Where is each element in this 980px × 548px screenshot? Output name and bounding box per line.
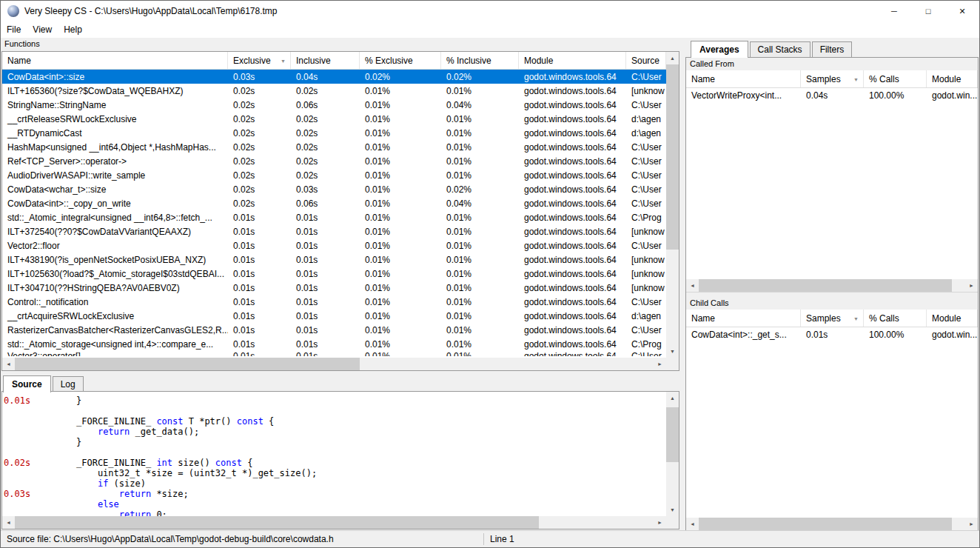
cell-pct_exclusive[interactable]: 0.01%: [360, 114, 441, 124]
table-row[interactable]: std::_Atomic_integral<unsigned __int64,8…: [2, 210, 666, 224]
functions-horizontal-scrollbar[interactable]: ◄ ►: [2, 358, 666, 370]
cell-source[interactable]: C:\User: [626, 351, 666, 356]
scrollbar-thumb[interactable]: [699, 279, 952, 292]
cell-module[interactable]: godot.windows.tools.64: [519, 241, 626, 251]
cell-pct_exclusive[interactable]: 0.01%: [360, 86, 441, 96]
tab-source[interactable]: Source: [3, 375, 51, 392]
cell-pct_inclusive[interactable]: 0.01%: [441, 156, 519, 167]
cell-name[interactable]: VectorWriteProxy<int...: [686, 90, 801, 101]
cell-name[interactable]: CowData<wchar_t>::size: [2, 184, 228, 195]
table-row[interactable]: __crtAcquireSRWLockExclusive0.01s0.01s0.…: [2, 309, 666, 323]
column-header-module[interactable]: Module: [519, 52, 626, 69]
cell-pct_inclusive[interactable]: 0.01%: [441, 86, 519, 96]
table-row[interactable]: Vector2::floor0.01s0.01s0.01%0.01%godot.…: [2, 238, 666, 253]
cell-exclusive[interactable]: 0.01s: [228, 311, 291, 321]
cell-inclusive[interactable]: 0.01s: [291, 227, 360, 237]
menu-help[interactable]: Help: [58, 22, 88, 37]
cell-exclusive[interactable]: 0.02s: [228, 170, 291, 181]
cell-exclusive[interactable]: 0.01s: [228, 283, 291, 293]
scroll-left-button[interactable]: ◄: [686, 518, 699, 530]
scroll-down-button[interactable]: ▼: [666, 345, 679, 358]
cell-module[interactable]: godot.win...: [927, 90, 978, 101]
scroll-left-button[interactable]: ◄: [686, 279, 699, 292]
cell-exclusive[interactable]: 0.01s: [228, 227, 291, 237]
column-header-exclusive[interactable]: Exclusive▼: [228, 52, 291, 69]
scrollbar-track[interactable]: [699, 279, 965, 292]
cell-inclusive[interactable]: 0.01s: [291, 339, 360, 350]
cell-pct_exclusive[interactable]: 0.01%: [360, 198, 441, 209]
cell-pct_exclusive[interactable]: 0.01%: [360, 283, 441, 293]
cell-inclusive[interactable]: 0.02s: [291, 86, 360, 96]
cell-inclusive[interactable]: 0.01s: [291, 269, 360, 279]
cell-inclusive[interactable]: 0.02s: [291, 142, 360, 153]
cell-source[interactable]: C:\User: [626, 170, 666, 181]
cell-pct_inclusive[interactable]: 0.01%: [441, 339, 519, 350]
cell-module[interactable]: godot.windows.tools.64: [519, 255, 626, 265]
cell-pct_inclusive[interactable]: 0.01%: [441, 170, 519, 181]
table-row[interactable]: CowData<int>::_get_s...0.01s100.00%godot…: [686, 327, 978, 341]
cell-name[interactable]: Control::_notification: [2, 297, 228, 307]
cell-name[interactable]: __RTDynamicCast: [2, 128, 228, 138]
cell-name[interactable]: std::_Atomic_storage<unsigned int,4>::co…: [2, 339, 228, 350]
cell-source[interactable]: C:\User: [626, 100, 666, 110]
cell-name[interactable]: ILT+438190(?is_openNetSocketPosixUEBA_NX…: [2, 255, 228, 265]
column-header-module[interactable]: Module: [927, 70, 978, 87]
cell-module[interactable]: godot.windows.tools.64: [519, 339, 626, 350]
cell-pct_exclusive[interactable]: 0.01%: [360, 311, 441, 321]
cell-pct_inclusive[interactable]: 0.01%: [441, 311, 519, 321]
cell-inclusive[interactable]: 0.02s: [291, 128, 360, 138]
cell-inclusive[interactable]: 0.01s: [291, 325, 360, 335]
table-row[interactable]: StringName::StringName0.02s0.06s0.01%0.0…: [2, 98, 666, 112]
cell-exclusive[interactable]: 0.02s: [228, 128, 291, 138]
cell-name[interactable]: __crtAcquireSRWLockExclusive: [2, 311, 228, 321]
cell-source[interactable]: C:\Prog: [626, 213, 666, 223]
cell-inclusive[interactable]: 0.01s: [291, 351, 360, 356]
cell-pct_inclusive[interactable]: 0.01%: [441, 325, 519, 335]
cell-exclusive[interactable]: 0.02s: [228, 142, 291, 153]
cell-inclusive[interactable]: 0.06s: [291, 100, 360, 110]
scrollbar-track[interactable]: [666, 404, 679, 504]
cell-module[interactable]: godot.windows.tools.64: [519, 100, 626, 110]
cell-pct_exclusive[interactable]: 0.01%: [360, 170, 441, 181]
table-row[interactable]: ILT+304710(??HStringQEBA?AV0AEBV0Z)0.01s…: [2, 281, 666, 295]
cell-pct_inclusive[interactable]: 0.01%: [441, 297, 519, 307]
cell-pct_inclusive[interactable]: 0.04%: [441, 100, 519, 110]
table-row[interactable]: __RTDynamicCast0.02s0.02s0.01%0.01%godot…: [2, 126, 666, 140]
cell-module[interactable]: godot.windows.tools.64: [519, 170, 626, 181]
cell-inclusive[interactable]: 0.06s: [291, 198, 360, 209]
cell-exclusive[interactable]: 0.01s: [228, 297, 291, 307]
cell-source[interactable]: [unknow: [626, 86, 666, 96]
cell-pct_exclusive[interactable]: 0.01%: [360, 339, 441, 350]
menu-file[interactable]: File: [1, 22, 27, 37]
cell-pct_exclusive[interactable]: 0.01%: [360, 128, 441, 138]
cell-name[interactable]: CowData<int>::size: [2, 72, 228, 82]
table-row[interactable]: Vector3::operator[]0.01s0.01s0.01%0.01%g…: [2, 351, 666, 356]
source-vertical-scrollbar[interactable]: ▲ ▼: [666, 392, 679, 516]
cell-samples[interactable]: 0.01s: [801, 330, 864, 340]
table-row[interactable]: HashMap<unsigned __int64,Object *,HashMa…: [2, 140, 666, 154]
table-row[interactable]: RasterizerCanvasBatcher<RasterizerCanvas…: [2, 323, 666, 337]
cell-module[interactable]: godot.windows.tools.64: [519, 311, 626, 321]
cell-name[interactable]: RasterizerCanvasBatcher<RasterizerCanvas…: [2, 325, 228, 335]
cell-name[interactable]: ILT+1025630(?load?$_Atomic_storageI$03st…: [2, 269, 228, 279]
cell-module[interactable]: godot.windows.tools.64: [519, 86, 626, 96]
column-header-name[interactable]: Name: [686, 70, 801, 87]
cell-pct_inclusive[interactable]: 0.02%: [441, 184, 519, 195]
cell-module[interactable]: godot.windows.tools.64: [519, 227, 626, 237]
table-row[interactable]: ILT+438190(?is_openNetSocketPosixUEBA_NX…: [2, 253, 666, 267]
cell-exclusive[interactable]: 0.01s: [228, 241, 291, 251]
child-calls-horizontal-scrollbar[interactable]: ◄ ►: [686, 518, 978, 530]
table-row[interactable]: AudioDriverWASAPI::write_sample0.02s0.02…: [2, 168, 666, 182]
scrollbar-track[interactable]: [699, 518, 965, 530]
cell-inclusive[interactable]: 0.02s: [291, 156, 360, 167]
scroll-down-button[interactable]: ▼: [666, 504, 679, 516]
column-header-samples[interactable]: Samples▼: [801, 310, 864, 327]
cell-name[interactable]: Vector2::floor: [2, 241, 228, 251]
functions-vertical-scrollbar[interactable]: ▲ ▼: [666, 52, 679, 358]
cell-module[interactable]: godot.windows.tools.64: [519, 128, 626, 138]
cell-source[interactable]: d:\agen: [626, 128, 666, 138]
cell-pct_inclusive[interactable]: 0.01%: [441, 241, 519, 251]
column-header-pct-calls[interactable]: % Calls: [864, 70, 927, 87]
cell-pct_inclusive[interactable]: 0.01%: [441, 142, 519, 153]
cell-pct_calls[interactable]: 100.00%: [864, 330, 927, 340]
